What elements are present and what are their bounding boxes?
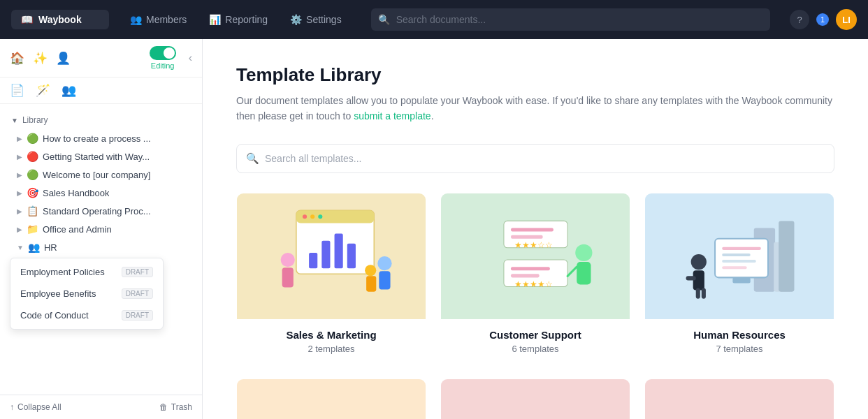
magic-icon[interactable]: ✨ xyxy=(33,51,48,66)
chevron-right-icon: ▶ xyxy=(17,207,22,215)
user-avatar[interactable]: LI xyxy=(836,9,857,30)
sidebar-item-welcome[interactable]: ▶ 🟢 Welcome to [our company] xyxy=(0,166,202,184)
help-button[interactable]: ? xyxy=(790,10,809,29)
sidebar-item-hr-section: ▼ 👥 HR Employment Policies DRAFT Employe… xyxy=(0,238,202,256)
svg-line-25 xyxy=(567,267,577,276)
chevron-down-icon: ▼ xyxy=(17,244,24,251)
human-resources-title: Human Resources xyxy=(655,329,824,341)
nav-reporting-link[interactable]: 📊 Reporting xyxy=(199,10,277,29)
svg-rect-6 xyxy=(321,241,330,268)
editing-toggle-wrap: Editing xyxy=(150,46,176,70)
template-search-wrap: 🔍 xyxy=(236,144,834,173)
people-icon[interactable]: 👤 xyxy=(56,51,71,66)
trash-icon: 🗑 xyxy=(159,402,168,412)
submit-template-link[interactable]: submit a template xyxy=(354,110,431,122)
template-card-sales-marketing[interactable]: Sales & Marketing 2 templates xyxy=(236,193,426,365)
svg-rect-31 xyxy=(722,247,761,250)
template-card-bottom-center[interactable] xyxy=(440,378,630,419)
notification-badge[interactable]: 1 xyxy=(816,13,829,26)
sidebar-toolbar: 🏠 ✨ 👤 Editing ‹ xyxy=(0,39,202,78)
hr-submenu-item-benefits[interactable]: Employee Benefits DRAFT xyxy=(10,283,163,304)
chevron-right-icon: ▶ xyxy=(17,171,22,179)
svg-rect-30 xyxy=(732,277,750,283)
nav-settings-link[interactable]: ⚙️ Settings xyxy=(280,10,352,29)
chevron-right-icon: ▶ xyxy=(17,153,22,161)
nav-search-wrap: 🔍 xyxy=(371,8,770,31)
template-card-bottom-right[interactable] xyxy=(644,378,834,419)
sidebar-item-hr[interactable]: ▼ 👥 HR xyxy=(0,238,202,256)
svg-point-4 xyxy=(318,214,322,219)
svg-point-3 xyxy=(310,214,314,219)
employment-draft-badge: DRAFT xyxy=(122,267,153,277)
svg-rect-24 xyxy=(577,262,591,284)
library-section-label: ▼ Library xyxy=(0,111,202,129)
members-icon: 👥 xyxy=(130,14,142,25)
human-resources-count: 7 templates xyxy=(655,344,824,354)
trash-button[interactable]: 🗑 Trash xyxy=(159,402,192,412)
sidebar-actions: 📄 🪄 👥 xyxy=(0,78,202,104)
collapse-all-button[interactable]: ↑ Collapse All xyxy=(10,402,62,412)
svg-rect-14 xyxy=(366,276,376,291)
add-user-icon[interactable]: 👥 xyxy=(62,83,76,98)
editing-label: Editing xyxy=(151,61,175,70)
reporting-icon: 📊 xyxy=(209,14,221,25)
code-of-conduct-label: Code of Conduct xyxy=(20,310,89,321)
document-icon[interactable]: 📄 xyxy=(10,83,24,98)
sidebar-item-sop[interactable]: ▶ 📋 Standard Operating Proc... xyxy=(0,202,202,220)
template-card-bottom-left[interactable] xyxy=(236,378,426,419)
chevron-right-icon: ▶ xyxy=(17,135,22,142)
editing-toggle[interactable] xyxy=(150,46,176,60)
template-card-customer-support[interactable]: ★★★☆☆ ★★★★☆ Customer Support 6 templates xyxy=(440,193,630,365)
svg-text:★★★☆☆: ★★★☆☆ xyxy=(514,240,553,250)
chevron-right-icon: ▶ xyxy=(17,226,22,233)
svg-rect-36 xyxy=(693,270,704,290)
nav-logo[interactable]: 📖 Waybook xyxy=(11,10,109,29)
nav-search-input[interactable] xyxy=(371,8,770,31)
nav-members-link[interactable]: 👥 Members xyxy=(120,10,196,29)
sidebar-item-sales[interactable]: ▶ 🎯 Sales Handbook xyxy=(0,184,202,202)
waybook-icon: 📖 xyxy=(21,14,33,25)
search-icon: 🔍 xyxy=(378,14,390,25)
svg-rect-29 xyxy=(715,238,768,277)
sales-emoji: 🎯 xyxy=(27,187,38,198)
customer-support-card-body: Customer Support 6 templates xyxy=(441,319,630,364)
conduct-draft-badge: DRAFT xyxy=(122,310,153,321)
svg-rect-7 xyxy=(334,233,342,268)
svg-rect-10 xyxy=(282,267,293,287)
sidebar-collapse-button[interactable]: ‹ xyxy=(189,52,192,64)
svg-rect-8 xyxy=(347,244,355,268)
employee-benefits-label: Employee Benefits xyxy=(20,288,96,299)
svg-rect-16 xyxy=(511,228,554,231)
sales-marketing-count: 2 templates xyxy=(247,344,416,354)
collapse-icon: ↑ xyxy=(10,402,14,412)
employment-policies-label: Employment Policies xyxy=(20,267,105,277)
sidebar-item-office[interactable]: ▶ 📁 Office and Admin xyxy=(0,220,202,238)
benefits-draft-badge: DRAFT xyxy=(122,288,153,299)
hr-submenu-item-employment[interactable]: Employment Policies DRAFT xyxy=(10,261,163,283)
sidebar-item-getting-started[interactable]: ▶ 🔴 Getting Started with Way... xyxy=(0,147,202,166)
template-search-icon: 🔍 xyxy=(246,152,259,165)
hr-submenu-item-conduct[interactable]: Code of Conduct DRAFT xyxy=(10,304,163,326)
sales-marketing-illustration xyxy=(237,193,426,319)
wand-icon[interactable]: 🪄 xyxy=(36,83,50,98)
chevron-down-icon: ▼ xyxy=(11,117,18,124)
svg-rect-28 xyxy=(779,221,794,291)
bottom-right-illustration xyxy=(645,379,834,419)
template-card-human-resources[interactable]: Human Resources 7 templates xyxy=(644,193,834,365)
template-search-input[interactable] xyxy=(236,144,834,173)
getting-started-label: Getting Started with Way... xyxy=(43,152,150,162)
sales-label: Sales Handbook xyxy=(43,188,109,198)
sales-marketing-title: Sales & Marketing xyxy=(247,329,416,341)
hr-label: HR xyxy=(44,242,57,253)
office-label: Office and Admin xyxy=(43,224,112,235)
svg-rect-39 xyxy=(701,288,705,298)
sidebar-item-process[interactable]: ▶ 🟢 How to create a process ... xyxy=(0,129,202,147)
top-navigation: 📖 Waybook 👥 Members 📊 Reporting ⚙️ Setti… xyxy=(0,0,868,39)
home-icon[interactable]: 🏠 xyxy=(10,51,24,66)
svg-rect-37 xyxy=(686,276,695,280)
svg-rect-33 xyxy=(722,260,756,263)
nav-logo-label: Waybook xyxy=(38,14,82,25)
hr-emoji: 👥 xyxy=(28,242,40,253)
toggle-knob xyxy=(164,47,175,59)
svg-rect-32 xyxy=(722,253,751,256)
